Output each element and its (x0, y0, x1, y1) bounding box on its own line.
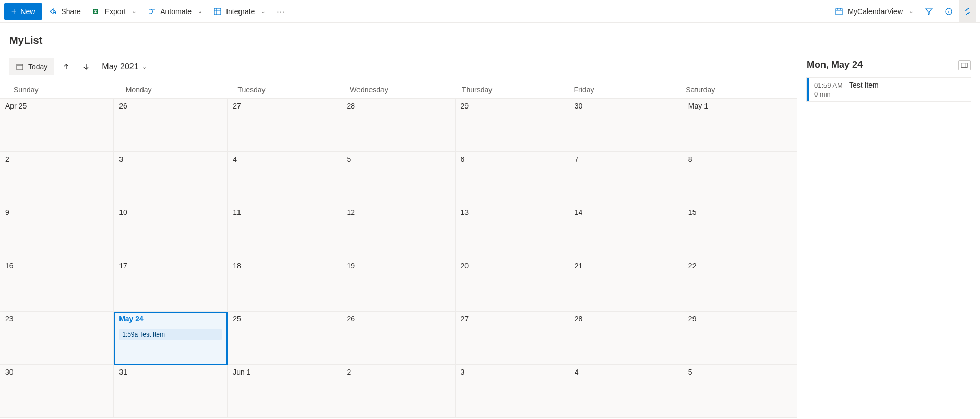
day-number: 7 (575, 155, 677, 163)
weekday-headers: Sunday Monday Tuesday Wednesday Thursday… (0, 80, 797, 98)
calendar-day-cell[interactable]: 3 (114, 152, 228, 205)
day-number: Jun 1 (233, 368, 336, 376)
calendar-event[interactable]: 1:59a Test Item (119, 329, 222, 340)
calendar-day-cell[interactable]: 11 (228, 205, 341, 258)
command-bar-right: MyCalendarView ⌄ (830, 0, 976, 23)
calendar-day-cell[interactable]: 17 (114, 258, 228, 312)
prev-month-button[interactable] (59, 59, 74, 74)
export-button[interactable]: Export ⌄ (87, 3, 141, 20)
day-number: 19 (346, 261, 449, 270)
integrate-button[interactable]: Integrate ⌄ (208, 3, 270, 20)
page-title: MyList (0, 23, 980, 53)
calendar-day-cell[interactable]: 7 (569, 152, 683, 205)
month-picker[interactable]: May 2021 ⌄ (102, 62, 146, 71)
calendar-day-cell[interactable]: 20 (456, 258, 569, 312)
calendar-day-cell[interactable]: 29 (456, 99, 569, 152)
flow-icon (148, 7, 156, 16)
calendar-day-cell[interactable]: 29 (683, 312, 797, 365)
calendar-day-cell[interactable]: 8 (683, 152, 797, 205)
today-button[interactable]: Today (9, 58, 54, 75)
integrate-button-label: Integrate (226, 7, 255, 16)
overflow-button[interactable]: ··· (271, 7, 291, 16)
new-button[interactable]: + New (4, 3, 42, 20)
calendar-day-cell[interactable]: 12 (341, 205, 455, 258)
day-number: 30 (575, 102, 677, 110)
calendar-day-cell[interactable]: 22 (683, 258, 797, 312)
svg-rect-5 (961, 63, 967, 67)
calendar-day-cell[interactable]: 25 (228, 312, 341, 365)
detail-item[interactable]: 01:59 AMTest Item0 min (807, 78, 971, 101)
weekday-header: Friday (567, 83, 679, 96)
calendar-day-cell[interactable]: 23 (0, 312, 114, 365)
integrate-icon (213, 7, 222, 16)
calendar-day-cell[interactable]: Apr 25 (0, 99, 114, 152)
svg-rect-4 (17, 64, 23, 70)
calendar-day-cell[interactable]: 16 (0, 258, 114, 312)
calendar-day-cell[interactable]: 5 (683, 365, 797, 418)
day-number: 30 (5, 368, 108, 376)
calendar-day-cell[interactable]: 19 (341, 258, 455, 312)
share-icon (49, 7, 57, 16)
calendar-day-cell[interactable]: 26 (114, 99, 228, 152)
filter-button[interactable] (919, 3, 938, 20)
calendar-day-cell[interactable]: 21 (569, 258, 683, 312)
calendar-day-cell[interactable]: May 1 (683, 99, 797, 152)
weekday-header: Saturday (678, 83, 791, 96)
calendar-day-cell[interactable]: 28 (341, 99, 455, 152)
day-number: 9 (5, 208, 108, 217)
collapse-button[interactable] (959, 0, 976, 23)
day-number: 28 (346, 102, 449, 110)
expand-details-button[interactable] (958, 60, 971, 70)
calendar-day-cell[interactable]: 13 (456, 205, 569, 258)
calendar-day-cell[interactable]: 4 (228, 152, 341, 205)
calendar-day-cell[interactable]: 4 (569, 365, 683, 418)
calendar-day-cell[interactable]: 18 (228, 258, 341, 312)
day-number: 3 (461, 368, 564, 376)
day-number: 16 (5, 261, 108, 270)
automate-button-label: Automate (160, 7, 192, 16)
day-number: 6 (461, 155, 564, 163)
day-number: 14 (575, 208, 677, 217)
next-month-button[interactable] (79, 59, 93, 74)
calendar-day-cell[interactable]: 31 (114, 365, 228, 418)
day-number: 25 (233, 315, 336, 323)
calendar-area: Today May 2021 ⌄ Sunday Monday Tuesday W… (0, 53, 797, 418)
day-number: 22 (688, 261, 792, 270)
day-number: 12 (346, 208, 449, 217)
calendar-day-cell[interactable]: 5 (341, 152, 455, 205)
day-number: 26 (119, 102, 222, 110)
weekday-header: Sunday (6, 83, 118, 96)
detail-duration: 0 min (814, 90, 965, 98)
calendar-day-cell[interactable]: 27 (228, 99, 341, 152)
calendar-day-cell[interactable]: 10 (114, 205, 228, 258)
weekday-header: Monday (118, 83, 231, 96)
calendar-day-cell[interactable]: 14 (569, 205, 683, 258)
calendar-day-cell[interactable]: 26 (341, 312, 455, 365)
calendar-day-cell[interactable]: 2 (0, 152, 114, 205)
weekday-header: Thursday (455, 83, 567, 96)
day-number: 23 (5, 315, 108, 323)
calendar-day-cell[interactable]: 3 (456, 365, 569, 418)
day-number: 15 (688, 208, 792, 217)
day-number: 26 (346, 315, 449, 323)
calendar-day-cell[interactable]: 6 (456, 152, 569, 205)
view-selector[interactable]: MyCalendarView ⌄ (830, 3, 918, 20)
calendar-day-cell[interactable]: 28 (569, 312, 683, 365)
automate-button[interactable]: Automate ⌄ (142, 3, 207, 20)
calendar-day-cell[interactable]: 9 (0, 205, 114, 258)
day-number: 2 (5, 155, 108, 163)
calendar-day-cell[interactable]: 2 (341, 365, 455, 418)
info-button[interactable] (939, 3, 958, 20)
calendar-day-cell[interactable]: 30 (569, 99, 683, 152)
calendar-day-cell[interactable]: 27 (456, 312, 569, 365)
today-label: Today (28, 63, 47, 71)
calendar-day-cell[interactable]: 30 (0, 365, 114, 418)
share-button[interactable]: Share (43, 3, 86, 20)
calendar-day-cell[interactable]: May 241:59a Test Item (114, 312, 228, 365)
calendar-day-cell[interactable]: 15 (683, 205, 797, 258)
command-bar: + New Share Export ⌄ Automate ⌄ (0, 0, 980, 23)
day-number: 4 (575, 368, 677, 376)
calendar-day-cell[interactable]: Jun 1 (228, 365, 341, 418)
day-number: 17 (119, 261, 222, 270)
calendar-toolbar: Today May 2021 ⌄ (0, 53, 797, 80)
